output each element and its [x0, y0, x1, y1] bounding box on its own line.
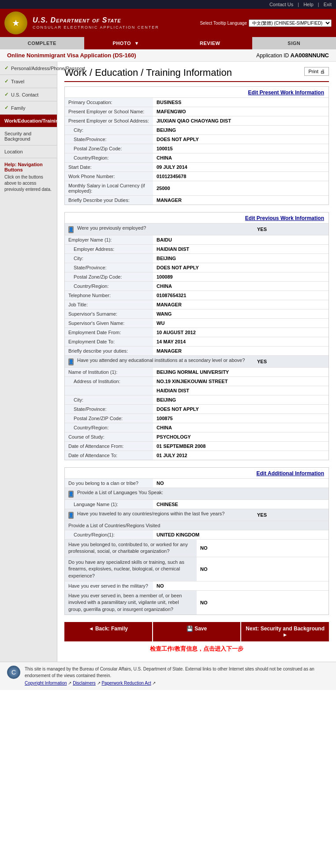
field-value: DOES NOT APPLY: [153, 405, 329, 414]
table-row: Postal Zone/Zip Code: 100089: [65, 272, 329, 281]
sidebar-item-us-contact[interactable]: ✓ U.S. Contact: [0, 88, 57, 101]
sidebar-item-family[interactable]: ✓ Family: [0, 101, 57, 115]
table-row: State/Province: DOES NOT APPLY: [65, 404, 329, 414]
print-button[interactable]: Print 🖨: [304, 67, 329, 76]
table-row: Present Employer or School Address: JIUX…: [65, 116, 329, 125]
table-row: Country/Region(1): UNITED KINGDOM: [65, 530, 329, 539]
field-label: City:: [65, 126, 153, 134]
help-title: Help: Navigation Buttons: [4, 162, 52, 172]
answer-value: YES: [254, 509, 329, 521]
skills-question: Do you have any specialized skills or tr…: [65, 557, 197, 581]
tab-review[interactable]: REVIEW: [168, 37, 252, 49]
divider: |: [318, 2, 319, 7]
table-row: Date of Attendance To: 01 JULY 2012: [65, 451, 329, 460]
table-row: City: BEIJING: [65, 253, 329, 263]
field-label: Employer Address:: [65, 245, 153, 253]
field-label: Employment Date From:: [65, 328, 153, 337]
field-label: Work Phone Number:: [65, 172, 153, 181]
sidebar-help: Help: Navigation Buttons Click on the bu…: [0, 158, 57, 196]
table-row: Employment Date To: 14 MAY 2014: [65, 337, 329, 346]
check-icon: ✓: [4, 78, 8, 84]
site-header: ★ U.S. Department of State Consular Elec…: [0, 9, 336, 37]
table-row: Country/Region: CHINA: [65, 153, 329, 162]
table-row: Country/Region: CHINA: [65, 423, 329, 432]
paramilitary-answer: NO: [197, 591, 329, 615]
field-value: 14 MAY 2014: [153, 337, 329, 346]
table-row: Telephone Number: 01087654321: [65, 291, 329, 300]
contact-us-link[interactable]: Contact Us: [269, 2, 293, 7]
main-layout: ✓ Personal/Address/Phone/Passport ✓ Trav…: [0, 62, 336, 662]
field-value: MANAGER: [153, 346, 329, 355]
page-title: Work / Education / Training Information: [64, 67, 329, 82]
field-value: 01 JULY 2012: [153, 451, 329, 460]
footer: C This site is managed by the Bureau of …: [0, 662, 336, 690]
table-row: Address of Institution: NO.19 XINJIEKOUW…: [65, 376, 329, 386]
person-icon: 👤: [68, 512, 74, 519]
field-value: BEIJING: [153, 126, 329, 134]
table-row: Postal Zone/ZIP Code: 100875: [65, 414, 329, 423]
paperwork-link[interactable]: Paperwork Reduction Act: [101, 681, 151, 685]
table-row: Country/Region: CHINA: [65, 281, 329, 291]
field-value: CHINA: [153, 423, 329, 432]
table-row: 👤 Have you attended any educational inst…: [65, 355, 329, 367]
top-bar: Contact Us | Help | Exit: [0, 0, 336, 9]
field-label: State/Province:: [65, 405, 153, 414]
field-label: Present Employer or School Name:: [65, 107, 153, 116]
field-value: BEIJING: [153, 395, 329, 404]
help-link[interactable]: Help: [303, 2, 314, 7]
field-value: PSYCHOLOGY: [153, 432, 329, 441]
field-value: CHINA: [153, 153, 329, 162]
table-row: Employer Name (1): BAIDU: [65, 235, 329, 244]
field-label: Briefly Describe your Duties:: [65, 196, 153, 205]
bottom-note: 检查工作/教育信息，点击进入下一步: [64, 645, 329, 653]
table-row: City: BEIJING: [65, 125, 329, 134]
next-button[interactable]: Next: Security and Background ►: [241, 622, 329, 641]
field-label: Supervisor's Given Name:: [65, 319, 153, 328]
sidebar-item-personal[interactable]: ✓ Personal/Address/Phone/Passport: [0, 62, 57, 75]
sidebar-item-location[interactable]: Location: [0, 145, 57, 158]
paramilitary-question: Have you ever served in, been a member o…: [65, 591, 197, 615]
field-value: JIUXIAN QIAO CHAOYANG DIST: [153, 116, 329, 125]
field-value: NO: [153, 479, 329, 488]
field-label: Primary Occupation:: [65, 98, 153, 107]
field-value: CHINA: [153, 282, 329, 291]
main-content: Print 🖨 Work / Education / Training Info…: [57, 62, 336, 662]
tab-photo[interactable]: PHOTO ▼: [84, 37, 168, 49]
table-row: Employment Date From: 10 AUGUST 2012: [65, 328, 329, 337]
field-value: 01 SEPTEMBER 2008: [153, 442, 329, 451]
save-button[interactable]: 💾 Save: [153, 622, 241, 641]
field-label: Postal Zone/Zip Code:: [65, 144, 153, 153]
field-label: Job Title:: [65, 300, 153, 309]
question-text: Have you traveled to any countries/regio…: [75, 509, 254, 521]
edit-present-work-link[interactable]: Edit Present Work Information: [248, 89, 324, 96]
field-value: BUSINESS: [153, 98, 329, 107]
field-label: Country/Region:: [65, 423, 153, 432]
edit-previous-work-link[interactable]: Edit Previous Work Information: [245, 215, 324, 221]
copyright-link[interactable]: Copyright Information: [25, 681, 67, 685]
present-work-edit-row: Edit Present Work Information: [65, 87, 329, 97]
disclaimers-link[interactable]: Disclaimers: [73, 681, 96, 685]
table-row: Postal Zone/Zip Code: 100015: [65, 144, 329, 153]
previous-work-edit-row: Edit Previous Work Information: [65, 212, 329, 223]
lang-select-input[interactable]: 中文(繁體) (CHINESE-SIMPLIFIED): [249, 19, 332, 27]
field-label: Start Date:: [65, 163, 153, 171]
field-label: Postal Zone/Zip Code:: [65, 272, 153, 281]
footer-text: This site is managed by the Bureau of Co…: [25, 666, 329, 686]
tab-sign[interactable]: SIGN: [252, 37, 336, 49]
military-question: Have you ever served in the military?: [65, 581, 153, 590]
table-row: Job Title: MANAGER: [65, 300, 329, 309]
language-selector[interactable]: Select Tooltip Language 中文(繁體) (CHINESE-…: [200, 19, 332, 27]
exit-link[interactable]: Exit: [324, 2, 332, 7]
sidebar-item-travel[interactable]: ✓ Travel: [0, 75, 57, 88]
table-row: Work Phone Number: 01012345678: [65, 171, 329, 181]
sidebar-item-work-education[interactable]: Work/Education/Training ►: [0, 115, 57, 127]
answer-value: YES: [254, 224, 329, 235]
sidebar-item-security[interactable]: Security and Background: [0, 127, 57, 145]
field-value: BEIJING: [153, 254, 329, 263]
edit-additional-info-link[interactable]: Edit Additional Information: [256, 470, 324, 477]
field-label: State/Province:: [65, 135, 153, 144]
field-value: 10 AUGUST 2012: [153, 328, 329, 337]
seal-icon: ★: [4, 11, 27, 34]
tab-complete[interactable]: COMPLETE: [0, 37, 84, 49]
back-button[interactable]: ◄ Back: Family: [64, 622, 152, 641]
